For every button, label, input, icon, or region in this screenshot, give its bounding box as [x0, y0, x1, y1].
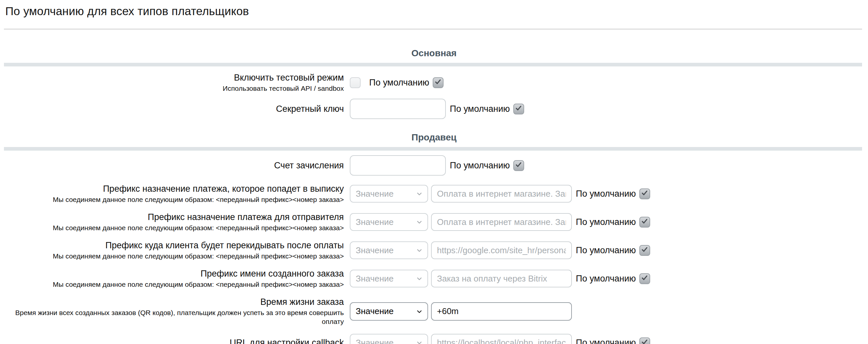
- field-control-cell: По умолчанию: [350, 99, 524, 119]
- order-lifetime-input[interactable]: [431, 302, 572, 321]
- field-sublabel: Мы соединяем данное поле следующим образ…: [0, 280, 344, 289]
- default-toggle-group: По умолчанию: [369, 77, 443, 88]
- chevron-down-icon: [415, 246, 423, 254]
- default-checkbox[interactable]: [639, 217, 650, 227]
- value-type-select[interactable]: Значение: [350, 302, 428, 321]
- checkmark-icon: [641, 338, 648, 344]
- form-row-callback-url: URL для настройки callback Значение По у…: [0, 334, 868, 344]
- checkmark-icon: [515, 104, 522, 113]
- field-label: Префикс назначение платежа, которое попа…: [0, 184, 344, 194]
- value-type-select[interactable]: Значение: [350, 334, 428, 344]
- field-label: Префикс назначение платежа для отправите…: [0, 212, 344, 223]
- value-type-select[interactable]: Значение: [350, 213, 428, 231]
- checkmark-icon: [641, 246, 648, 255]
- callback-url-input[interactable]: [431, 334, 572, 344]
- default-label: По умолчанию: [450, 104, 510, 114]
- field-label-cell: Префикс имени созданного заказа Мы соеди…: [0, 268, 344, 289]
- checkmark-icon: [434, 78, 441, 87]
- field-label: Счет зачисления: [0, 160, 344, 171]
- default-checkbox[interactable]: [639, 188, 650, 199]
- chevron-down-icon: [415, 190, 423, 198]
- default-checkbox[interactable]: [433, 77, 443, 88]
- field-label-cell: URL для настройки callback: [0, 337, 344, 344]
- default-toggle-group: По умолчанию: [576, 273, 650, 284]
- field-control-cell: По умолчанию: [350, 155, 524, 176]
- default-checkbox[interactable]: [513, 103, 524, 115]
- account-input[interactable]: [350, 155, 446, 176]
- chevron-down-icon: [415, 339, 423, 344]
- checkmark-icon: [641, 218, 648, 226]
- prefix-order-name-input[interactable]: [431, 270, 572, 287]
- select-value: Значение: [356, 338, 394, 344]
- value-type-select[interactable]: Значение: [350, 241, 428, 259]
- form-row-account: Счет зачисления По умолчанию: [0, 155, 868, 176]
- field-label-cell: Префикс назначение платежа, которое попа…: [0, 184, 344, 204]
- default-checkbox[interactable]: [513, 160, 524, 171]
- field-sublabel: Время жизни всех созданных заказов (QR к…: [0, 308, 344, 326]
- field-label: Префикс куда клиента будет перекидывать …: [0, 240, 344, 251]
- field-label: Включить тестовый режим: [0, 72, 344, 83]
- section-title-seller: Продавец: [0, 132, 868, 143]
- field-label-cell: Префикс назначение платежа для отправите…: [0, 212, 344, 232]
- form-row-order-lifetime: Время жизни заказа Время жизни всех созд…: [0, 296, 868, 326]
- field-label: URL для настройки callback: [0, 337, 344, 344]
- value-type-select[interactable]: Значение: [350, 185, 428, 202]
- form-row-test-mode: Включить тестовый режим Использовать тес…: [0, 72, 868, 93]
- select-value: Значение: [356, 217, 394, 227]
- prefix-statement-input[interactable]: [431, 185, 572, 202]
- field-control-cell: Значение По умолчанию: [350, 213, 650, 231]
- default-checkbox[interactable]: [639, 245, 650, 256]
- field-control-cell: Значение По умолчанию: [350, 185, 650, 202]
- section-band-seller: [4, 147, 862, 151]
- field-control-cell: Значение По умолчанию: [350, 241, 650, 259]
- prefix-sender-input[interactable]: [431, 213, 572, 231]
- default-checkbox[interactable]: [639, 337, 650, 344]
- chevron-down-icon: [415, 275, 423, 282]
- form-row-secret-key: Секретный ключ По умолчанию: [0, 99, 868, 119]
- default-label: По умолчанию: [576, 189, 636, 199]
- settings-page: По умолчанию для всех типов плательщиков…: [0, 0, 868, 344]
- field-sublabel: Использовать тестовый API / sandbox: [0, 84, 344, 93]
- default-label: По умолчанию: [369, 77, 429, 88]
- page-title: По умолчанию для всех типов плательщиков: [5, 5, 868, 18]
- field-label-cell: Секретный ключ: [0, 103, 344, 115]
- secret-key-input[interactable]: [350, 99, 446, 119]
- field-label-cell: Включить тестовый режим Использовать тес…: [0, 72, 344, 93]
- checkmark-icon: [641, 189, 648, 198]
- select-value: Значение: [356, 245, 394, 255]
- field-sublabel: Мы соединяем данное поле следующим образ…: [0, 195, 344, 204]
- section-title-main: Основная: [0, 48, 868, 59]
- field-sublabel: Мы соединяем данное поле следующим образ…: [0, 223, 344, 232]
- select-value: Значение: [356, 189, 394, 199]
- section-band-main: [4, 63, 862, 66]
- form-row-prefix-redirect: Префикс куда клиента будет перекидывать …: [0, 240, 868, 260]
- field-label: Время жизни заказа: [0, 296, 344, 308]
- field-control-cell: Значение: [350, 302, 572, 321]
- form-row-prefix-order-name: Префикс имени созданного заказа Мы соеди…: [0, 268, 868, 289]
- field-label: Префикс имени созданного заказа: [0, 268, 344, 279]
- default-label: По умолчанию: [450, 160, 510, 171]
- default-label: По умолчанию: [576, 338, 636, 344]
- default-checkbox[interactable]: [639, 273, 650, 284]
- default-label: По умолчанию: [576, 217, 636, 227]
- default-toggle-group: По умолчанию: [450, 160, 524, 171]
- prefix-redirect-input[interactable]: [431, 241, 572, 259]
- default-toggle-group: По умолчанию: [576, 245, 650, 256]
- default-toggle-group: По умолчанию: [450, 103, 524, 115]
- field-label-cell: Счет зачисления: [0, 160, 344, 171]
- chevron-down-icon: [415, 218, 423, 226]
- chevron-down-icon: [415, 308, 423, 315]
- test-mode-checkbox[interactable]: [350, 77, 361, 88]
- default-toggle-group: По умолчанию: [576, 217, 650, 227]
- form-row-prefix-sender: Префикс назначение платежа для отправите…: [0, 212, 868, 232]
- title-divider: [4, 29, 862, 30]
- checkmark-icon: [641, 274, 648, 283]
- field-control-cell: Значение По умолчанию: [350, 270, 650, 287]
- value-type-select[interactable]: Значение: [350, 270, 428, 287]
- select-value: Значение: [356, 306, 394, 316]
- form-row-prefix-statement: Префикс назначение платежа, которое попа…: [0, 184, 868, 204]
- field-label-cell: Префикс куда клиента будет перекидывать …: [0, 240, 344, 260]
- field-control-cell: По умолчанию: [350, 77, 443, 88]
- default-toggle-group: По умолчанию: [576, 337, 650, 344]
- field-label-cell: Время жизни заказа Время жизни всех созд…: [0, 296, 344, 326]
